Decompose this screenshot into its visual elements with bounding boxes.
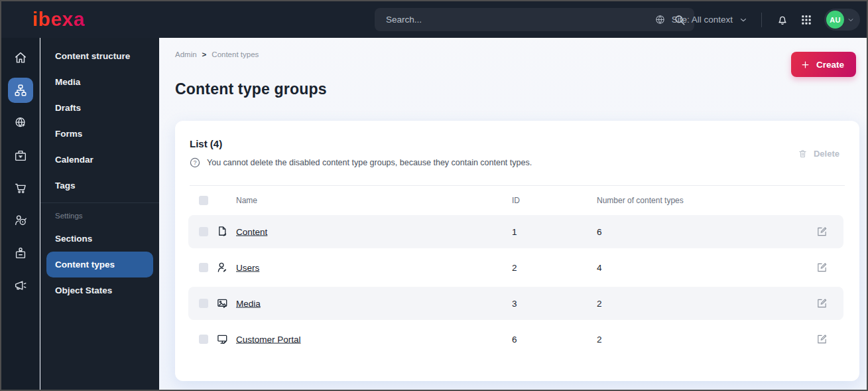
column-header-id: ID (512, 196, 520, 205)
monitor-edit-icon (216, 333, 229, 346)
sidebar-section-settings: Settings (40, 206, 159, 226)
breadcrumb: Admin > Content types (175, 50, 259, 58)
delete-button[interactable]: Delete (798, 149, 839, 159)
chevron-down-icon (847, 16, 855, 24)
app-window: ibexa Site: All context (0, 0, 868, 391)
row-link[interactable]: Content (236, 227, 267, 237)
sidebar-item-forms[interactable]: Forms (40, 121, 159, 147)
row-id: 2 (512, 263, 517, 273)
user-menu[interactable]: AU (824, 9, 860, 31)
column-header-name: Name (236, 196, 257, 205)
page-title: Content type groups (175, 80, 327, 98)
list-title: List (4) (190, 138, 222, 149)
edit-icon (816, 334, 828, 345)
user-edit-icon (216, 262, 229, 274)
sidebar-item-content-types[interactable]: Content types (46, 252, 153, 277)
sidebar-item-tags[interactable]: Tags (40, 173, 159, 198)
edit-icon (816, 298, 828, 309)
image-edit-icon (216, 297, 229, 310)
file-edit-icon (216, 226, 229, 238)
edit-button[interactable] (816, 226, 828, 238)
topbar-right: Site: All context AU (654, 1, 860, 38)
app-switcher-button[interactable] (798, 11, 815, 29)
content-type-groups-card: List (4) ? You cannot delete the disable… (175, 121, 859, 381)
table-row-users: Users 2 4 (188, 251, 843, 284)
sidebar-divider (40, 202, 159, 203)
plus-icon (800, 60, 810, 70)
help-row: ? You cannot delete the disabled content… (190, 157, 532, 168)
topbar: ibexa Site: All context (1, 1, 867, 38)
row-count: 4 (597, 263, 602, 273)
help-icon: ? (190, 157, 200, 168)
product-catalog-icon[interactable] (8, 143, 33, 168)
row-checkbox[interactable] (199, 335, 208, 344)
row-id: 1 (512, 227, 517, 237)
table-row-media: Media 3 2 (188, 287, 843, 320)
row-count: 2 (597, 299, 602, 309)
icon-rail (1, 38, 40, 390)
home-icon[interactable] (8, 45, 33, 70)
edit-button[interactable] (816, 298, 828, 309)
row-count: 2 (597, 335, 602, 345)
edit-icon (816, 262, 828, 274)
commerce-icon[interactable] (8, 175, 33, 200)
column-header-count: Number of content types (597, 196, 684, 205)
globe-icon (654, 14, 666, 25)
sidebar-item-drafts[interactable]: Drafts (40, 95, 159, 121)
table-row-customer-portal: Customer Portal 6 2 (188, 323, 843, 356)
sidebar-item-sections[interactable]: Sections (40, 226, 159, 252)
row-link[interactable]: Customer Portal (236, 335, 301, 345)
row-checkbox[interactable] (199, 299, 208, 308)
customer-experience-icon[interactable] (8, 208, 33, 233)
row-checkbox[interactable] (199, 227, 208, 236)
marketing-icon[interactable] (8, 273, 33, 298)
svg-text:?: ? (193, 159, 196, 166)
search-input[interactable] (375, 8, 694, 31)
table-body: Content 1 6 (188, 215, 843, 358)
select-all-checkbox[interactable] (199, 196, 208, 205)
site-context-selector[interactable]: Site: All context (654, 14, 748, 25)
sidebar: Content structure Media Drafts Forms Cal… (40, 38, 159, 390)
global-search (375, 8, 694, 31)
breadcrumb-current: Content types (212, 50, 259, 58)
sidebar-item-object-states[interactable]: Object States (40, 277, 159, 303)
chevron-down-icon (739, 15, 748, 25)
row-count: 6 (597, 227, 602, 237)
row-checkbox[interactable] (199, 263, 208, 272)
notifications-button[interactable] (774, 11, 791, 29)
edit-icon (816, 226, 828, 238)
sidebar-item-media[interactable]: Media (40, 69, 159, 95)
row-id: 6 (512, 335, 517, 345)
main-content: Admin > Content types Create Content typ… (159, 38, 867, 390)
table-row-content: Content 1 6 (188, 215, 843, 248)
breadcrumb-admin[interactable]: Admin (175, 50, 197, 58)
ibexa-logo: ibexa (32, 7, 85, 30)
edit-button[interactable] (816, 262, 828, 274)
avatar: AU (826, 11, 844, 29)
table-header: Name ID Number of content types (188, 186, 843, 215)
content-structure-icon[interactable] (8, 78, 33, 103)
row-link[interactable]: Users (236, 263, 259, 273)
admin-icon[interactable] (8, 240, 33, 266)
edit-button[interactable] (816, 334, 828, 345)
site-icon[interactable] (8, 110, 33, 135)
create-button[interactable]: Create (791, 52, 856, 77)
row-id: 3 (512, 299, 517, 309)
help-text: You cannot delete the disabled content t… (207, 158, 532, 167)
row-link[interactable]: Media (236, 299, 261, 309)
trash-icon (798, 149, 808, 159)
grid-icon (800, 13, 813, 27)
site-context-label: Site: All context (672, 15, 733, 25)
bell-icon (776, 13, 789, 27)
breadcrumb-separator: > (202, 50, 207, 58)
sidebar-item-calendar[interactable]: Calendar (40, 147, 159, 173)
topbar-divider (761, 13, 762, 27)
sidebar-item-content-structure[interactable]: Content structure (40, 43, 159, 69)
